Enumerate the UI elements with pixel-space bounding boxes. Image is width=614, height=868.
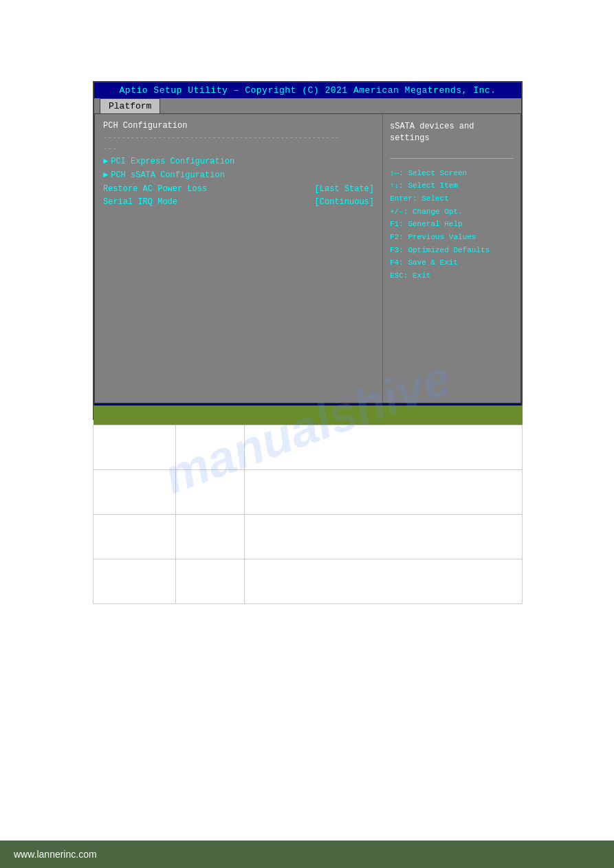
table-cell-1-3 — [245, 425, 523, 469]
key-change-opt: +/-: Change Opt. — [390, 205, 514, 219]
pch-ssata-config-item[interactable]: ► PCH sSATA Configuration — [103, 170, 374, 180]
arrow-icon: ► — [103, 157, 108, 166]
key-select-screen: ↕↔: Select Screen — [390, 167, 514, 180]
pci-express-config-item[interactable]: ► PCI Express Configuration — [103, 157, 374, 166]
key-esc-exit: ESC: Exit — [390, 269, 514, 282]
help-text: sSATA devices andsettings — [390, 121, 514, 144]
table-row — [94, 514, 523, 559]
bios-title-bar: Aptio Setup Utility – Copyright (C) 2021… — [94, 82, 521, 98]
arrow-icon-2: ► — [103, 170, 108, 180]
key-select-item: ↑↓: Select Item — [390, 179, 514, 192]
key-help-section: ↕↔: Select Screen ↑↓: Select Item Enter:… — [390, 167, 514, 282]
platform-tab[interactable]: Platform — [100, 98, 160, 113]
section-title: PCH Configuration — [103, 121, 374, 131]
table-cell-2-1 — [94, 469, 176, 514]
right-panel-divider — [390, 158, 514, 159]
table-cell-1-2 — [176, 425, 245, 469]
table-row — [94, 559, 523, 603]
separator-line: ----------------------------------------… — [103, 133, 374, 142]
table-header-col1 — [94, 405, 176, 425]
page-footer: www.lannerinc.com — [0, 841, 614, 868]
key-f2-values: F2: Previous Values — [390, 231, 514, 244]
bios-window: Aptio Setup Utility – Copyright (C) 2021… — [93, 81, 523, 420]
table-cell-3-2 — [176, 514, 245, 559]
table-cell-3-1 — [94, 514, 176, 559]
restore-ac-power-item[interactable]: Restore AC Power Loss [Last State] — [103, 184, 374, 194]
bios-right-panel: sSATA devices andsettings ↕↔: Select Scr… — [383, 114, 520, 403]
key-f3-defaults: F3: Optimized Defaults — [390, 244, 514, 257]
key-f4-save: F4: Save & Exit — [390, 256, 514, 269]
table-cell-2-3 — [245, 469, 523, 514]
separator-dashes: --- — [103, 144, 374, 153]
table-cell-4-2 — [176, 559, 245, 603]
restore-ac-power-value: [Last State] — [315, 184, 374, 194]
bios-content: PCH Configuration ----------------------… — [94, 113, 521, 403]
table-cell-3-3 — [245, 514, 523, 559]
bios-tab-bar: Platform — [94, 98, 521, 113]
key-enter-select: Enter: Select — [390, 192, 514, 205]
table-cell-1-1 — [94, 425, 176, 469]
serial-irq-mode-item[interactable]: Serial IRQ Mode [Continuous] — [103, 197, 374, 207]
table-cell-4-3 — [245, 559, 523, 603]
table-row — [94, 425, 523, 469]
footer-url: www.lannerinc.com — [14, 849, 97, 860]
table-header-row — [94, 405, 523, 425]
bios-left-panel: PCH Configuration ----------------------… — [95, 114, 383, 403]
table-cell-4-1 — [94, 559, 176, 603]
data-table — [93, 405, 523, 604]
key-f1-help: F1: General Help — [390, 218, 514, 231]
restore-ac-power-label: Restore AC Power Loss — [103, 184, 207, 194]
serial-irq-mode-label: Serial IRQ Mode — [103, 197, 177, 207]
table-row — [94, 469, 523, 514]
pch-ssata-label: PCH sSATA Configuration — [111, 170, 225, 180]
pci-express-label: PCI Express Configuration — [111, 157, 234, 166]
table-cell-2-2 — [176, 469, 245, 514]
bios-title: Aptio Setup Utility – Copyright (C) 2021… — [120, 85, 496, 96]
serial-irq-mode-value: [Continuous] — [315, 197, 374, 207]
table-header-col3 — [245, 405, 523, 425]
table-header-col2 — [176, 405, 245, 425]
